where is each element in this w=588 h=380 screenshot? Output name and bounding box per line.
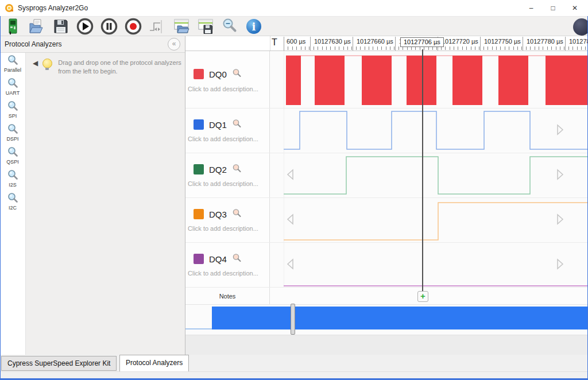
notes-track[interactable]	[270, 288, 588, 304]
analyzer-item-i2c[interactable]: I2C	[0, 192, 25, 215]
channel-description[interactable]: Click to add description...	[188, 180, 258, 187]
channel-waveform[interactable]	[270, 51, 588, 108]
channel-color-swatch[interactable]	[194, 209, 204, 219]
channel-color-swatch[interactable]	[194, 119, 204, 130]
analyzer-item-dspi[interactable]: DSPI	[0, 123, 25, 146]
tab-protocol-analyzers[interactable]: Protocol Analyzers	[119, 355, 189, 371]
overview-slider-handle[interactable]	[291, 304, 295, 335]
channel-zoom-icon[interactable]	[232, 164, 241, 175]
zoom-out-button[interactable]	[219, 17, 240, 36]
prev-transition-arrow-icon[interactable]	[286, 258, 294, 272]
channel-description[interactable]: Click to add description...	[188, 86, 258, 92]
channel-name: DQ4	[209, 254, 227, 264]
analyzer-item-qspi[interactable]: QSPI	[0, 146, 25, 169]
ruler-major-tick	[395, 37, 396, 51]
about-button[interactable]: i	[243, 17, 264, 36]
device-button[interactable]	[2, 17, 23, 36]
channel-name: DQ1	[209, 120, 227, 130]
add-note-button[interactable]: +	[417, 291, 428, 302]
channel-label-cell[interactable]: DQ3 Click to add description...	[185, 198, 270, 242]
channel-color-swatch[interactable]	[194, 254, 204, 264]
channel-label-cell[interactable]: DQ0 Click to add description...	[185, 51, 270, 108]
trigger-settings-button[interactable]	[147, 17, 168, 36]
analyzer-item-parallel[interactable]: Parallel	[0, 55, 25, 77]
channel-label-cell[interactable]: DQ1 Click to add description...	[185, 108, 270, 153]
next-transition-arrow-icon[interactable]	[556, 214, 564, 227]
channel-row-dq2: DQ2 Click to add description...	[185, 153, 588, 198]
magnifier-icon	[7, 169, 18, 181]
magnifier-icon	[7, 146, 18, 158]
start-button[interactable]	[75, 17, 95, 36]
collapse-panel-button[interactable]: «	[168, 38, 180, 51]
magnifier-icon	[7, 123, 18, 135]
ruler-major-tick	[310, 37, 311, 51]
channel-zoom-icon[interactable]	[232, 119, 241, 130]
channel-waveform[interactable]	[270, 198, 588, 242]
next-transition-arrow-icon[interactable]	[556, 124, 564, 138]
magnifier-icon	[7, 77, 18, 89]
analyzer-item-uart[interactable]: UART	[0, 77, 25, 100]
maximize-button[interactable]: □	[542, 0, 564, 16]
channel-zoom-icon[interactable]	[232, 208, 241, 220]
prev-transition-arrow-icon[interactable]	[286, 214, 294, 227]
save-capture-icon	[197, 18, 214, 35]
hint-area: ◀ Drag and drop one of the protocol anal…	[26, 53, 185, 355]
save-icon	[52, 18, 69, 35]
overview-left-line	[185, 328, 212, 329]
ruler-tick-label: 10127750 µs	[484, 38, 521, 45]
close-button[interactable]: ✕	[564, 0, 586, 16]
analyzer-item-spi[interactable]: SPI	[0, 100, 25, 123]
channel-color-swatch[interactable]	[194, 69, 204, 79]
ruler-tick-label: 10127630 µs	[314, 38, 351, 45]
channel-row-dq0: DQ0 Click to add description...	[185, 51, 588, 108]
tab-cypress-superspeed-explorer-kit[interactable]: Cypress SuperSpeed Explorer Kit	[1, 356, 117, 371]
channel-waveform[interactable]	[270, 243, 588, 287]
channel-label-cell[interactable]: DQ4 Click to add description...	[185, 243, 270, 287]
timeline-ruler[interactable]: T 10127706 µs 600 µs10127630 µs10127660 …	[185, 36, 588, 51]
channel-zoom-icon[interactable]	[232, 253, 241, 265]
record-icon	[124, 17, 142, 36]
next-transition-arrow-icon[interactable]	[556, 169, 564, 183]
open-button[interactable]	[26, 17, 47, 36]
save-capture-button[interactable]	[195, 17, 216, 36]
bottom-tab-bar: Cypress SuperSpeed Explorer Kit Protocol…	[0, 355, 588, 371]
overview-bar[interactable]	[212, 307, 588, 329]
waveform-view: T 10127706 µs 600 µs10127630 µs10127660 …	[185, 36, 588, 355]
magnifier-icon	[7, 192, 18, 204]
title-bar: Sysprogs Analyzer2Go – □ ✕	[0, 0, 588, 17]
analyzer-item-i2s[interactable]: I2S	[0, 169, 25, 192]
window-border-left	[0, 16, 1, 380]
minimize-button[interactable]: –	[520, 0, 542, 16]
channel-waveform[interactable]	[270, 153, 588, 197]
pause-button[interactable]	[99, 17, 119, 36]
app-window: Sysprogs Analyzer2Go – □ ✕ i Protocol An…	[0, 0, 588, 380]
channel-color-swatch[interactable]	[194, 164, 204, 175]
channel-description[interactable]: Click to add description...	[188, 135, 258, 142]
channel-row-dq3: DQ3 Click to add description...	[185, 198, 588, 243]
magnifier-icon	[7, 55, 18, 66]
notes-label: Notes	[185, 288, 270, 304]
device-icon	[4, 18, 21, 35]
ruler-separator	[270, 36, 270, 51]
record-button[interactable]	[123, 17, 144, 36]
channel-zoom-icon[interactable]	[232, 68, 241, 80]
ruler-major-tick	[284, 37, 284, 51]
channel-description[interactable]: Click to add description...	[188, 225, 258, 232]
channel-description[interactable]: Click to add description...	[188, 270, 258, 277]
analyzer-label: QSPI	[0, 159, 25, 165]
prev-transition-arrow-icon[interactable]	[286, 169, 294, 183]
protocol-analyzers-panel: Protocol Analyzers « ParallelUARTSPIDSPI…	[0, 36, 185, 355]
pause-icon	[100, 17, 118, 36]
channel-label-cell[interactable]: DQ2 Click to add description...	[185, 153, 270, 197]
channel-name: DQ3	[209, 210, 227, 219]
channel-name: DQ0	[209, 69, 227, 79]
analyzer-label: UART	[0, 90, 25, 96]
channel-waveform[interactable]	[270, 108, 588, 153]
next-transition-arrow-icon[interactable]	[556, 258, 564, 272]
open-capture-button[interactable]	[171, 17, 192, 36]
hint-text: Drag and drop one of the protocol analyz…	[58, 59, 183, 76]
save-button[interactable]	[51, 17, 71, 36]
analyzer-list: ParallelUARTSPIDSPIQSPII2SI2C	[0, 53, 26, 355]
analyzer-label: DSPI	[0, 136, 25, 142]
time-cursor[interactable]	[422, 49, 423, 292]
